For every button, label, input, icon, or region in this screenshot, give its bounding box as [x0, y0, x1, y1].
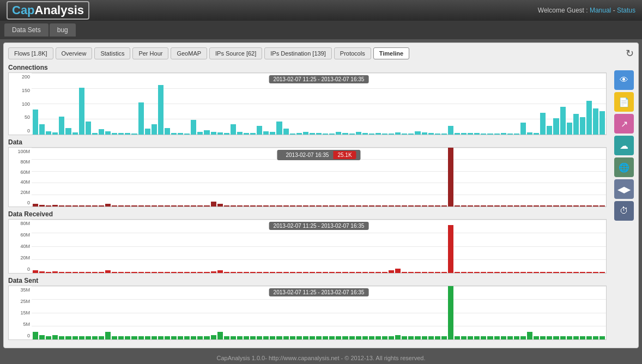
- bar: [514, 205, 519, 207]
- bar: [323, 336, 328, 339]
- bar: [296, 336, 302, 339]
- bar: [580, 336, 585, 339]
- bar: [395, 205, 401, 207]
- bar: [65, 128, 71, 135]
- bar: [567, 272, 572, 273]
- bar: [191, 205, 196, 207]
- bar: [580, 205, 585, 207]
- bar: [369, 134, 374, 135]
- btn-perhour[interactable]: Per Hour: [132, 47, 168, 59]
- bar: [165, 128, 170, 135]
- bar: [237, 336, 243, 339]
- bar: [369, 336, 374, 339]
- bar: [389, 134, 394, 135]
- bar: [468, 205, 473, 207]
- view-btn[interactable]: 👁: [614, 70, 634, 90]
- bar: [560, 205, 566, 207]
- bar: [211, 202, 216, 207]
- bar: [303, 205, 308, 207]
- btn-ips-dest[interactable]: IPs Destination [139]: [264, 47, 332, 59]
- bar: [573, 114, 579, 135]
- connections-chart: 200 150 100 50 0 2013-02-07 11:25 - 2013…: [8, 72, 607, 135]
- btn-geomap[interactable]: GeoMAP: [171, 47, 207, 59]
- btn-protocols[interactable]: Protocols: [334, 47, 371, 59]
- bar: [118, 336, 124, 339]
- bar: [46, 272, 51, 273]
- bar: [580, 272, 585, 273]
- arrows-btn[interactable]: ◀▶: [614, 179, 634, 199]
- bar: [422, 132, 427, 135]
- bar: [415, 272, 420, 273]
- bar: [487, 205, 493, 207]
- bar: [237, 205, 243, 207]
- bar: [356, 132, 361, 135]
- bar: [39, 205, 45, 207]
- bar: [580, 117, 585, 135]
- bar: [547, 126, 552, 135]
- time-btn[interactable]: ⏱: [614, 201, 634, 221]
- bar: [567, 205, 572, 207]
- cloud-btn[interactable]: ☁: [614, 136, 634, 155]
- bar: [138, 336, 144, 339]
- doc-btn[interactable]: 📄: [614, 92, 634, 112]
- bar: [33, 270, 38, 273]
- btn-timeline[interactable]: Timeline: [373, 47, 409, 59]
- bar: [231, 205, 236, 207]
- bar: [520, 336, 526, 339]
- globe-btn[interactable]: 🌐: [614, 157, 634, 177]
- connections-body: 2013-02-07 11:25 - 2013-02-07 16:35: [32, 73, 606, 135]
- bar: [474, 133, 480, 135]
- bar: [553, 272, 559, 273]
- bar: [534, 272, 539, 273]
- btn-ips-source[interactable]: IPs Source [62]: [209, 47, 262, 59]
- bar: [217, 204, 223, 207]
- bar: [527, 332, 532, 339]
- manual-link[interactable]: Manual: [590, 7, 611, 14]
- bar: [211, 335, 216, 339]
- data-received-chart: 80M 60M 40M 20M 0 2013-02-07 11:25 - 201…: [8, 219, 607, 274]
- btn-flows[interactable]: Flows [1.8K]: [8, 47, 53, 59]
- nav-tab-bug[interactable]: bug: [50, 23, 76, 37]
- bar: [52, 205, 58, 207]
- bar: [263, 336, 269, 339]
- bar: [547, 205, 552, 207]
- bar: [573, 272, 579, 273]
- bar: [435, 205, 440, 207]
- nav-tab-datasets[interactable]: Data Sets: [4, 23, 49, 37]
- charts-area: Connections 200 150 100 50 0 2013-02-07 …: [8, 64, 607, 340]
- bar: [296, 272, 302, 273]
- bar: [33, 332, 38, 339]
- status-link[interactable]: Status: [617, 7, 635, 14]
- bar: [389, 270, 394, 273]
- bar: [65, 205, 71, 207]
- btn-overview[interactable]: Overview: [56, 47, 93, 59]
- share-btn[interactable]: ↗: [614, 114, 634, 134]
- bar: [211, 132, 216, 135]
- bar: [276, 336, 282, 339]
- bar: [145, 272, 150, 273]
- bar: [244, 205, 249, 207]
- bar: [224, 133, 229, 135]
- bar: [428, 133, 434, 135]
- bar: [494, 336, 500, 339]
- bar: [217, 270, 223, 273]
- bar: [382, 134, 387, 135]
- right-panel: 👁 📄 ↗ ☁ 🌐 ◀▶ ⏱: [614, 70, 634, 221]
- bar: [231, 124, 236, 135]
- bar: [455, 272, 460, 273]
- bar: [560, 336, 566, 339]
- bar: [342, 205, 348, 207]
- bar: [92, 336, 98, 339]
- data-received-y-axis: 80M 60M 40M 20M 0: [9, 220, 32, 273]
- bar: [171, 133, 177, 135]
- btn-statistics[interactable]: Statistics: [94, 47, 130, 59]
- bar: [99, 205, 104, 207]
- bar: [329, 336, 335, 339]
- refresh-button[interactable]: ↻: [626, 47, 634, 59]
- bar: [276, 272, 282, 273]
- bar: [481, 134, 486, 135]
- bar: [237, 132, 243, 135]
- bar: [276, 122, 282, 135]
- bar: [250, 133, 256, 135]
- bar: [389, 205, 394, 207]
